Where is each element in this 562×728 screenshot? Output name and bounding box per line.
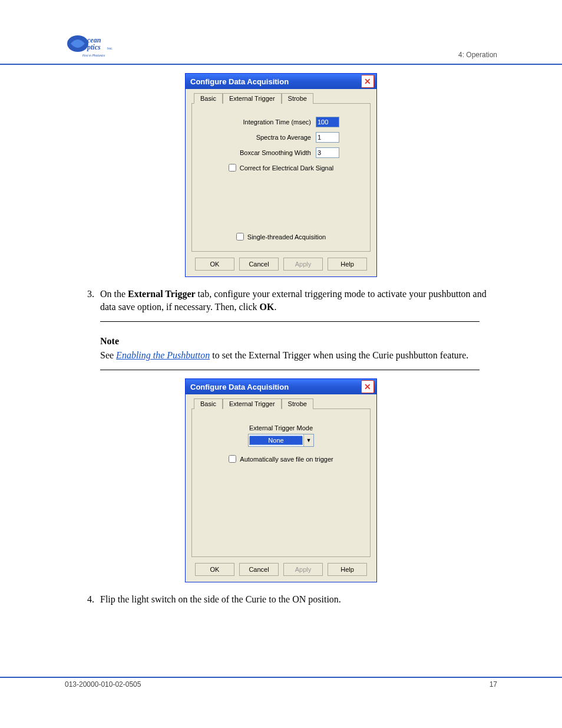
auto-save-checkbox[interactable]	[229, 455, 236, 463]
boxcar-width-input[interactable]	[316, 147, 339, 158]
tab-basic[interactable]: Basic	[194, 93, 223, 104]
svg-text:First in Photonics: First in Photonics	[82, 54, 105, 57]
single-thread-label: Single-threaded Acquisition	[247, 233, 326, 241]
dark-signal-label: Correct for Electrical Dark Signal	[240, 164, 334, 172]
tab-basic[interactable]: Basic	[194, 398, 223, 409]
dialog-title: Configure Data Acquisition	[190, 77, 289, 86]
dialog-title: Configure Data Acquisition	[190, 383, 289, 391]
doc-number: 013-20000-010-02-0505	[65, 680, 141, 689]
tab-external-trigger[interactable]: External Trigger	[223, 398, 282, 409]
ok-button[interactable]: OK	[195, 258, 234, 271]
logo: cean ptics Inc. First in Photonics	[65, 31, 130, 59]
help-button[interactable]: Help	[328, 258, 367, 271]
svg-text:Inc.: Inc.	[107, 47, 113, 50]
page-number: 17	[490, 680, 497, 689]
dialog-configure-external: Configure Data Acquisition ✕ Basic Exter…	[185, 378, 377, 582]
step-4: Flip the light switch on the side of the…	[97, 593, 497, 606]
chevron-down-icon: ▼	[303, 434, 313, 446]
note-block: Note See Enabling the Pushbutton to set …	[100, 335, 480, 361]
tab-strobe[interactable]: Strobe	[282, 93, 313, 104]
dark-signal-checkbox[interactable]	[229, 164, 236, 172]
dialog-configure-basic: Configure Data Acquisition ✕ Basic Exter…	[185, 73, 377, 277]
chapter-label: 4: Operation	[458, 51, 497, 59]
auto-save-label: Automatically save file on trigger	[240, 456, 333, 463]
trigger-mode-label: External Trigger Mode	[249, 424, 313, 431]
ok-button[interactable]: OK	[195, 563, 234, 576]
divider	[100, 370, 480, 370]
tab-external-trigger[interactable]: External Trigger	[223, 93, 282, 104]
note-title: Note	[100, 335, 480, 348]
spectra-average-label: Spectra to Average	[223, 134, 311, 141]
single-thread-checkbox[interactable]	[236, 233, 244, 241]
apply-button[interactable]: Apply	[283, 258, 323, 271]
close-icon[interactable]: ✕	[361, 75, 374, 88]
boxcar-width-label: Boxcar Smoothing Width	[223, 149, 311, 156]
trigger-mode-select[interactable]: None ▼	[248, 434, 314, 447]
cancel-button[interactable]: Cancel	[239, 258, 279, 271]
enabling-pushbutton-link[interactable]: Enabling the Pushbutton	[116, 350, 210, 360]
apply-button[interactable]: Apply	[283, 563, 323, 576]
help-button[interactable]: Help	[328, 563, 367, 576]
svg-text:ptics: ptics	[87, 43, 101, 51]
tab-strobe[interactable]: Strobe	[282, 398, 313, 409]
integration-time-input[interactable]	[316, 117, 339, 127]
spectra-average-input[interactable]	[316, 132, 339, 143]
cancel-button[interactable]: Cancel	[239, 563, 279, 576]
close-icon[interactable]: ✕	[361, 380, 374, 393]
step-3: On the External Trigger tab, configure y…	[97, 288, 497, 313]
integration-time-label: Integration Time (msec)	[223, 118, 311, 126]
trigger-mode-value: None	[249, 436, 303, 445]
divider	[100, 321, 480, 322]
